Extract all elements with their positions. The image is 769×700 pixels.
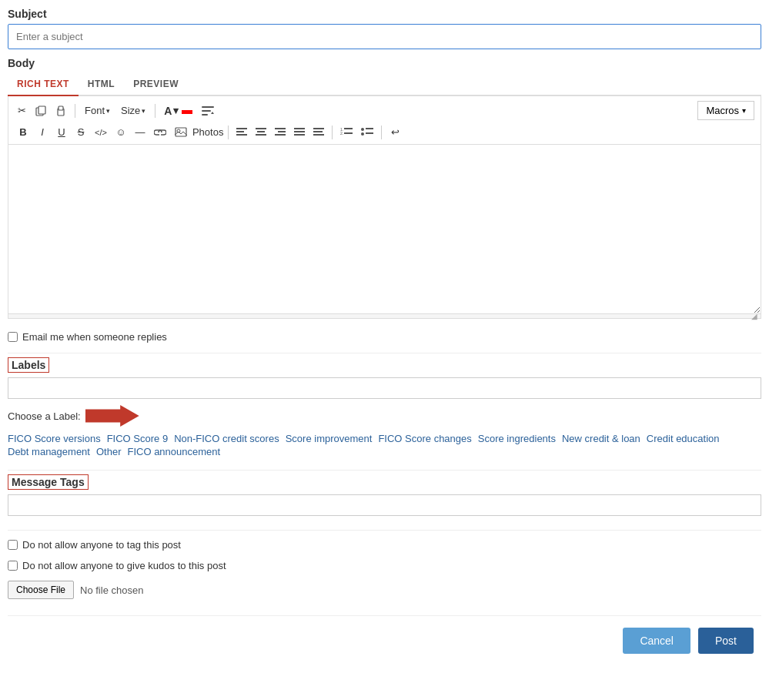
align-center-button[interactable] [252,126,269,138]
align-left-button[interactable] [233,126,250,138]
subject-input[interactable] [8,24,761,49]
svg-rect-3 [59,106,63,110]
red-arrow-icon [85,405,139,427]
no-kudos-checkbox[interactable] [8,561,18,571]
email-reply-row: Email me when someone replies [8,325,761,349]
italic-button[interactable]: I [34,125,51,139]
svg-rect-20 [294,128,305,129]
size-dropdown[interactable]: Size [117,103,149,118]
email-reply-checkbox[interactable] [8,332,18,342]
label-link-debt-management[interactable]: Debt management [8,446,90,457]
label-link-score-improvement[interactable]: Score improvement [286,433,373,444]
label-link-score-ingredients[interactable]: Score ingredients [478,433,556,444]
toolbar-row2: B I U S </> ☺ — [15,125,754,139]
copy-button[interactable] [32,104,49,118]
label-link-other[interactable]: Other [96,446,122,457]
label-links: FICO Score versions FICO Score 9 Non-FIC… [8,431,761,462]
no-tag-label: Do not allow anyone to tag this post [22,539,181,551]
editor-area[interactable] [8,145,761,314]
email-reply-label: Email me when someone replies [22,331,167,343]
labels-input-row [8,377,761,399]
text-color-button[interactable]: A ▾ [161,103,196,119]
no-kudos-label: Do not allow anyone to give kudos to thi… [22,560,226,571]
format-button[interactable] [199,104,217,118]
svg-rect-19 [275,134,286,136]
svg-point-30 [361,128,364,131]
unordered-list-button[interactable] [358,126,376,139]
svg-rect-12 [236,131,244,132]
align-justify-button[interactable] [291,126,308,138]
file-row: Choose File No file chosen [8,576,761,604]
bottom-bar: Cancel Post [8,615,761,658]
svg-rect-14 [256,128,266,129]
body-label: Body [8,57,761,69]
post-button[interactable]: Post [698,628,754,654]
ordered-list-button[interactable]: 1. 2. [337,126,356,139]
message-tags-header: Message Tags [8,474,89,490]
svg-rect-23 [313,128,324,129]
svg-rect-15 [257,131,265,132]
svg-point-32 [361,132,364,136]
underline-button[interactable]: U [53,125,70,139]
paste-button[interactable] [52,104,69,118]
no-tag-checkbox[interactable] [8,540,18,550]
label-link-non-fico[interactable]: Non-FICO credit scores [174,433,279,444]
cancel-button[interactable]: Cancel [623,628,690,654]
font-dropdown[interactable]: Font [81,103,114,118]
divider-1 [8,353,761,353]
tags-input[interactable] [8,494,761,516]
no-file-text: No file chosen [80,584,143,596]
svg-rect-21 [294,131,305,132]
divider-3 [8,530,761,531]
label-link-new-credit-loan[interactable]: New credit & loan [562,433,640,444]
message-tags-section: Message Tags [8,474,761,522]
body-tabs: RICH TEXT HTML PREVIEW [8,73,761,96]
choose-file-button[interactable]: Choose File [8,581,74,599]
code-button[interactable]: </> [92,126,110,139]
svg-rect-25 [313,134,324,136]
cut-button[interactable]: ✂ [15,103,29,118]
label-link-fico-score-9[interactable]: FICO Score 9 [107,433,168,444]
svg-marker-8 [211,112,214,114]
svg-rect-33 [366,132,373,134]
no-kudos-row: Do not allow anyone to give kudos to thi… [8,555,761,576]
label-link-fico-score-changes[interactable]: FICO Score changes [378,433,471,444]
svg-rect-7 [202,114,208,116]
toolbar-sep-4 [332,126,333,139]
hr-button[interactable]: — [132,125,149,139]
strikethrough-button[interactable]: S [72,125,89,139]
editor-resize-handle[interactable]: ◢ [8,314,761,319]
link-button[interactable] [151,127,169,138]
macros-button[interactable]: Macros [697,101,754,120]
bold-button[interactable]: B [15,125,32,139]
svg-rect-13 [236,134,247,136]
toolbar-sep-2 [155,104,155,118]
svg-text:2.: 2. [340,131,343,136]
photo-button[interactable] [172,126,190,139]
align-full-button[interactable] [310,126,327,138]
labels-input[interactable] [8,377,761,399]
align-right-button[interactable] [272,126,289,138]
svg-rect-18 [278,131,286,132]
svg-rect-31 [366,128,373,129]
emoji-button[interactable]: ☺ [112,125,129,139]
labels-header: Labels [8,357,49,373]
photos-label[interactable]: Photos [192,126,223,138]
tab-preview[interactable]: PREVIEW [124,73,188,95]
undo-button[interactable]: ↩ [386,125,403,139]
svg-rect-22 [294,134,305,136]
tab-rich-text[interactable]: RICH TEXT [8,73,79,96]
svg-rect-27 [344,128,353,129]
svg-rect-6 [202,110,211,112]
subject-label: Subject [8,8,761,20]
toolbar-sep-5 [381,126,382,139]
toolbar-sep-1 [75,104,75,118]
svg-rect-16 [256,134,266,136]
svg-rect-11 [236,128,247,129]
label-link-fico-announcement[interactable]: FICO announcement [127,446,220,457]
label-link-credit-education[interactable]: Credit education [647,433,720,444]
tab-html[interactable]: HTML [79,73,124,95]
label-link-fico-score-versions[interactable]: FICO Score versions [8,433,101,444]
editor-toolbar: ✂ Font Size [8,96,761,145]
toolbar-sep-3 [228,126,229,139]
